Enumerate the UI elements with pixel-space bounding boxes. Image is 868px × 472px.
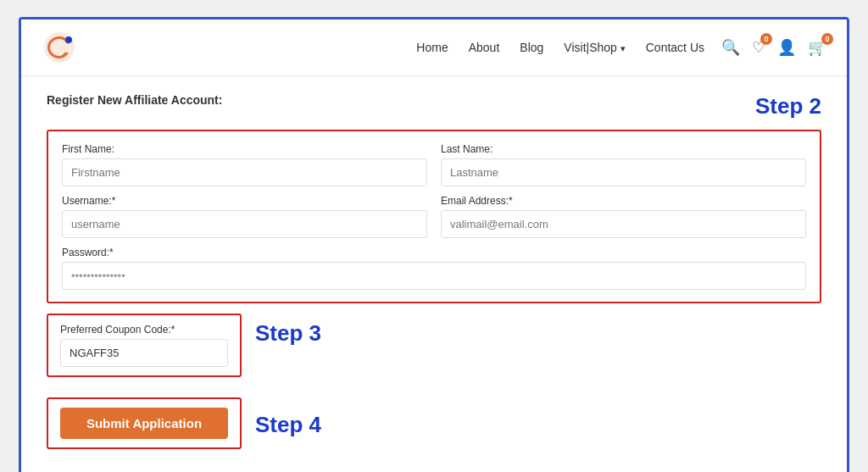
logo-icon xyxy=(42,30,77,65)
coupon-row: Preferred Coupon Code:* Step 3 xyxy=(47,314,821,387)
navbar: Home About Blog Visit|Shop ▾ Contact Us … xyxy=(21,19,847,76)
nav-about[interactable]: About xyxy=(469,41,500,54)
username-label: Username:* xyxy=(62,195,427,207)
lastname-input[interactable] xyxy=(441,158,806,186)
firstname-label: First Name: xyxy=(62,143,427,155)
cart-badge: 0 xyxy=(821,33,833,45)
step2-label: Step 2 xyxy=(755,93,821,119)
submit-row: Submit Application Step 4 xyxy=(47,397,821,449)
nav-home[interactable]: Home xyxy=(416,41,448,54)
step3-label: Step 3 xyxy=(255,314,321,347)
name-row: First Name: Last Name: xyxy=(62,143,806,186)
email-input[interactable] xyxy=(441,210,806,238)
wishlist-badge: 0 xyxy=(760,33,772,45)
form-section: First Name: Last Name: Username:* Email … xyxy=(47,130,821,303)
username-group: Username:* xyxy=(62,195,427,238)
firstname-group: First Name: xyxy=(62,143,427,186)
wishlist-icon[interactable]: ♡ 0 xyxy=(752,38,765,57)
cart-icon[interactable]: 🛒 0 xyxy=(808,38,826,57)
coupon-group: Preferred Coupon Code:* xyxy=(60,324,228,367)
submit-section: Submit Application xyxy=(47,397,242,449)
nav-contact[interactable]: Contact Us xyxy=(646,41,704,54)
chevron-down-icon: ▾ xyxy=(620,43,626,54)
nav-visitshop[interactable]: Visit|Shop ▾ xyxy=(564,41,625,54)
email-label: Email Address:* xyxy=(441,195,806,207)
search-icon[interactable]: 🔍 xyxy=(721,38,740,57)
password-row: Password:* xyxy=(62,247,806,290)
lastname-label: Last Name: xyxy=(441,143,806,155)
password-label: Password:* xyxy=(62,247,806,258)
lastname-group: Last Name: xyxy=(441,143,806,186)
coupon-section: Preferred Coupon Code:* xyxy=(47,314,242,377)
svg-point-1 xyxy=(65,36,72,43)
coupon-label: Preferred Coupon Code:* xyxy=(60,324,228,336)
password-group: Password:* xyxy=(62,247,806,290)
submit-button[interactable]: Submit Application xyxy=(60,408,228,439)
nav-links: Home About Blog Visit|Shop ▾ Contact Us xyxy=(416,41,704,54)
password-input[interactable] xyxy=(62,262,806,290)
username-input[interactable] xyxy=(62,210,427,238)
register-title: Register New Affiliate Account: xyxy=(47,93,222,107)
coupon-input[interactable] xyxy=(60,339,228,367)
outer-frame: Home About Blog Visit|Shop ▾ Contact Us … xyxy=(19,17,849,472)
main-content: Register New Affiliate Account: Step 2 F… xyxy=(21,76,847,472)
logo-area xyxy=(42,30,77,65)
email-group: Email Address:* xyxy=(441,195,806,238)
firstname-input[interactable] xyxy=(62,158,427,186)
account-icon[interactable]: 👤 xyxy=(777,38,796,57)
nav-icons: 🔍 ♡ 0 👤 🛒 0 xyxy=(721,38,826,57)
nav-blog[interactable]: Blog xyxy=(520,41,543,54)
step4-label: Step 4 xyxy=(255,408,321,438)
page-header: Register New Affiliate Account: Step 2 xyxy=(47,93,821,119)
user-email-row: Username:* Email Address:* xyxy=(62,195,806,238)
